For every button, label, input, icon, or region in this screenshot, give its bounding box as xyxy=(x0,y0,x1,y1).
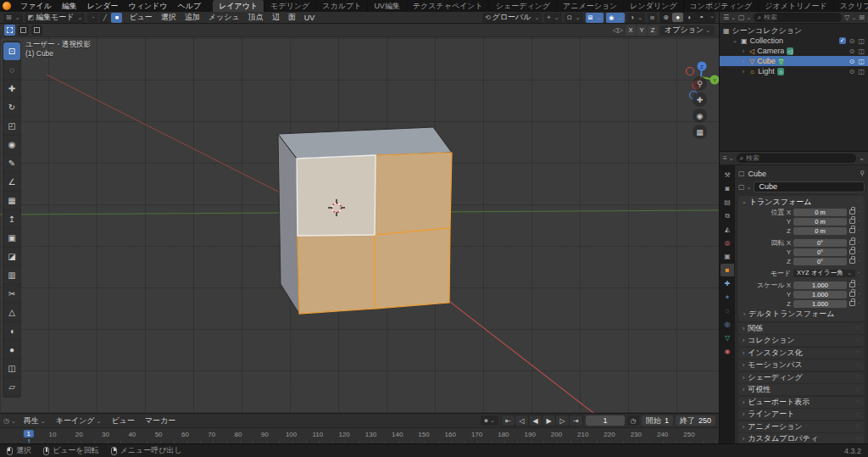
collapsed-panel[interactable]: › シェーディング ∷ xyxy=(738,372,865,383)
value-field[interactable]: 0° xyxy=(793,248,847,256)
properties-tab-tool[interactable]: ⚒ xyxy=(721,169,734,181)
properties-tab-physics[interactable]: ⌖ xyxy=(721,291,734,304)
zoom-button[interactable]: ⚲ xyxy=(693,76,707,91)
shading-wireframe-button[interactable]: ⊕ xyxy=(660,13,671,22)
properties-tab-view-layer[interactable]: ⧉ xyxy=(721,209,734,222)
cube-left-face[interactable] xyxy=(278,134,299,314)
properties-tab-material[interactable]: ◉ xyxy=(721,345,734,358)
tool-smooth[interactable]: ● xyxy=(3,341,20,359)
shading-solid-button[interactable]: ● xyxy=(672,13,683,22)
workspace-tab[interactable]: テクスチャペイント xyxy=(407,0,490,12)
viewport-menu-item[interactable]: ビュー xyxy=(125,11,156,24)
animate-dot[interactable]: · xyxy=(858,259,861,263)
options-dropdown[interactable]: オプション xyxy=(660,25,715,36)
properties-tab-object[interactable]: ■ xyxy=(721,264,734,276)
tool-spin[interactable]: ◖ xyxy=(3,322,20,340)
viewport-menu-item[interactable]: 辺 xyxy=(268,11,284,24)
animate-dot[interactable]: · xyxy=(858,302,861,305)
timeline-menu-item[interactable]: キーイング xyxy=(51,415,107,427)
tool-rotate[interactable]: ↻ xyxy=(3,98,20,116)
lock-icon[interactable] xyxy=(849,228,855,233)
playback-button-next-keyframe[interactable]: ▷ xyxy=(556,415,569,426)
render-visibility-icon[interactable]: ◫ xyxy=(858,47,865,55)
animate-dot[interactable]: · xyxy=(858,271,861,275)
cube-face-selected-br[interactable] xyxy=(375,228,450,309)
mode-selector[interactable]: ◩ 編集モード xyxy=(25,13,86,23)
tool-inset-faces[interactable]: ▣ xyxy=(3,229,20,247)
tool-transform[interactable]: ◉ xyxy=(3,136,20,153)
properties-tab-render[interactable]: ◙ xyxy=(721,182,734,195)
outliner-row[interactable]: › ▽ Cube ▽ ⊙ ◫ xyxy=(720,56,868,66)
new-collection-button[interactable]: ⊞ xyxy=(859,14,865,21)
value-field[interactable]: 0 m xyxy=(793,218,847,226)
tool-bevel[interactable]: ◪ xyxy=(3,248,20,265)
tool-cursor[interactable]: ◌ xyxy=(3,61,20,79)
proportional-editing-toggle[interactable]: ◉ xyxy=(606,13,625,23)
viewport-menu-item[interactable]: 頂点 xyxy=(244,11,268,24)
hide-eye-icon[interactable]: ⊙ xyxy=(849,47,855,55)
hide-eye-icon[interactable]: ⊙ xyxy=(849,37,855,45)
workspace-tab[interactable]: UV編集 xyxy=(368,0,407,12)
collapsed-panel[interactable]: › 可視性 ∷ xyxy=(738,384,865,395)
select-mode-new-button[interactable] xyxy=(4,25,15,36)
menu-item[interactable]: 編集 xyxy=(57,0,82,13)
workspace-tab[interactable]: レイアウト xyxy=(213,0,264,12)
tool-knife[interactable]: ✂ xyxy=(3,285,20,303)
breadcrumb-object-name[interactable]: Cube xyxy=(748,170,767,178)
select-mode-subtract-button[interactable] xyxy=(31,25,42,36)
viewport-menu-item[interactable]: 選択 xyxy=(157,11,181,24)
playback-button-prev-keyframe[interactable]: ◁ xyxy=(515,415,528,426)
vertex-select-button[interactable]: ・ xyxy=(87,13,98,23)
delta-transform-subpanel[interactable]: › デルタトランスフォーム xyxy=(738,309,865,319)
workspace-tab[interactable]: アニメーション xyxy=(557,0,624,12)
use-preview-range-button[interactable]: ◷ xyxy=(627,415,639,426)
value-field[interactable]: 0° xyxy=(793,239,847,247)
outliner-row[interactable]: ⌄ ▣ Collection ✓ ⊙ ◫ xyxy=(720,36,868,46)
workspace-tab[interactable]: スカルプト xyxy=(316,0,368,12)
lock-icon[interactable] xyxy=(849,219,855,224)
properties-tab-world[interactable]: ◍ xyxy=(721,237,734,249)
lock-icon[interactable] xyxy=(849,292,855,297)
animate-dot[interactable]: · xyxy=(858,293,861,296)
mirror-axis-button[interactable]: X xyxy=(626,25,636,36)
frame-start-field[interactable]: 開始 1 xyxy=(642,415,673,426)
collapsed-panel[interactable]: › カスタムプロパティ ∷ xyxy=(738,433,865,443)
pivot-point-button[interactable]: ⌖ xyxy=(544,13,561,23)
render-visibility-icon[interactable]: ◫ xyxy=(858,68,865,75)
value-field[interactable]: 1.000 xyxy=(793,291,847,298)
outliner-display-mode-button[interactable]: ☰ xyxy=(723,14,736,21)
value-field[interactable]: 0° xyxy=(793,258,847,265)
properties-tab-modifiers[interactable]: ✚ xyxy=(721,277,734,290)
auto-keying-button[interactable]: ● xyxy=(481,415,498,426)
select-mode-extend-button[interactable] xyxy=(18,25,29,36)
outliner-row[interactable]: › ☼ Light ☼ ⊙ ◫ xyxy=(720,66,868,76)
value-field[interactable]: 1.000 xyxy=(793,281,847,289)
timeline-menu-item[interactable]: マーカー xyxy=(140,415,181,427)
transform-orientation-selector[interactable]: ⟲ グローバル xyxy=(482,13,542,23)
tool-edge-slide[interactable]: ◫ xyxy=(3,359,20,377)
lock-icon[interactable] xyxy=(849,301,855,306)
tool-scale[interactable]: ◰ xyxy=(3,117,20,135)
viewport-3d[interactable]: Z Y X ◁▷ XYZ オプション ユーザー・透視投影 (1) Cube ⊡◌… xyxy=(0,24,719,413)
cube-face-selected-bl[interactable] xyxy=(298,235,375,314)
workspace-tab[interactable]: モデリング xyxy=(264,0,316,12)
collection-checkbox[interactable]: ✓ xyxy=(839,37,846,44)
tool-select-box[interactable]: ⊡ xyxy=(3,42,20,60)
value-field[interactable]: 1.000 xyxy=(793,300,847,308)
render-visibility-icon[interactable]: ◫ xyxy=(858,58,865,65)
viewport-menu-item[interactable]: 面 xyxy=(284,11,300,24)
mirror-axis-button[interactable]: Z xyxy=(648,25,658,36)
properties-tab-output[interactable]: ▤ xyxy=(721,196,734,209)
playback-button-jump-to-start[interactable]: ⇤ xyxy=(502,415,515,426)
value-field[interactable]: 0 m xyxy=(793,227,847,235)
outliner-search[interactable]: ⌕ xyxy=(754,13,842,22)
object-name[interactable]: Cube xyxy=(757,57,776,65)
mirror-axis-button[interactable]: Y xyxy=(637,25,647,36)
expander-icon[interactable]: › xyxy=(740,59,747,64)
cube-face-active[interactable] xyxy=(297,155,376,236)
playback-button-play-reverse[interactable]: ◀ xyxy=(529,415,542,426)
properties-tab-object-data[interactable]: ▽ xyxy=(721,332,734,344)
transform-panel-header[interactable]: ⌄ トランスフォーム ∷ xyxy=(738,196,865,208)
animate-dot[interactable]: · xyxy=(858,229,861,232)
object-name-field[interactable]: Cube xyxy=(754,181,865,192)
